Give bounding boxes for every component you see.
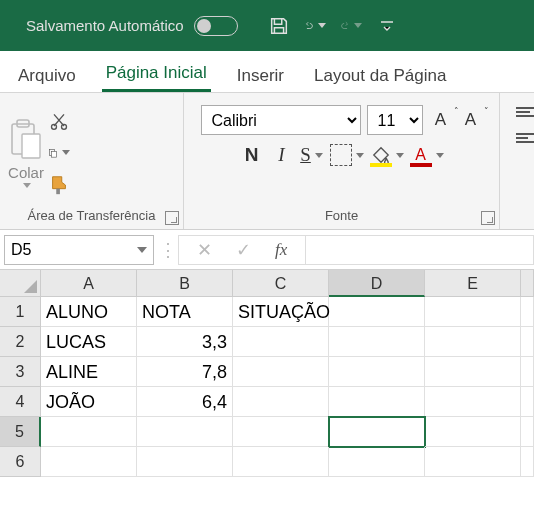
cell-a3[interactable]: ALINE bbox=[41, 357, 137, 387]
row-header-3[interactable]: 3 bbox=[0, 357, 41, 387]
col-header-f[interactable] bbox=[521, 270, 534, 297]
cell-b5[interactable] bbox=[137, 417, 233, 447]
svg-rect-7 bbox=[56, 188, 60, 194]
font-color-button[interactable]: A bbox=[410, 146, 444, 164]
chevron-down-icon bbox=[396, 153, 404, 158]
copy-button[interactable] bbox=[48, 142, 70, 164]
toggle-off-icon[interactable] bbox=[194, 16, 238, 36]
cell-b4[interactable]: 6,4 bbox=[137, 387, 233, 417]
increase-font-button[interactable]: A˄ bbox=[429, 108, 453, 132]
cell-c2[interactable] bbox=[233, 327, 329, 357]
decrease-font-button[interactable]: A˅ bbox=[459, 108, 483, 132]
dialog-launcher-icon[interactable] bbox=[165, 211, 179, 225]
cell-a5[interactable] bbox=[41, 417, 137, 447]
cell-f6[interactable] bbox=[521, 447, 534, 477]
cell-e6[interactable] bbox=[425, 447, 521, 477]
cut-button[interactable] bbox=[48, 110, 70, 132]
paste-button[interactable]: Colar bbox=[8, 118, 44, 188]
font-color-icon: A bbox=[410, 146, 432, 164]
row-header-4[interactable]: 4 bbox=[0, 387, 41, 417]
fill-color-button[interactable] bbox=[370, 146, 404, 164]
col-header-d[interactable]: D bbox=[329, 270, 425, 297]
chevron-down-icon bbox=[354, 23, 362, 28]
cell-d3[interactable] bbox=[329, 357, 425, 387]
row-header-6[interactable]: 6 bbox=[0, 447, 41, 477]
redo-button[interactable] bbox=[340, 15, 362, 37]
cell-e1[interactable] bbox=[425, 297, 521, 327]
bold-button[interactable]: N bbox=[240, 143, 264, 167]
tab-layout[interactable]: Layout da Página bbox=[310, 58, 450, 92]
cell-f1[interactable] bbox=[521, 297, 534, 327]
underline-button[interactable]: S bbox=[300, 143, 324, 167]
cell-d5[interactable] bbox=[329, 417, 425, 447]
formula-input[interactable] bbox=[306, 235, 534, 265]
cell-c1[interactable]: SITUAÇÃO bbox=[233, 297, 329, 327]
format-painter-button[interactable] bbox=[48, 174, 70, 196]
cell-e3[interactable] bbox=[425, 357, 521, 387]
table-row: 4 JOÃO 6,4 bbox=[0, 387, 534, 417]
select-all-button[interactable] bbox=[0, 270, 41, 297]
cell-c4[interactable] bbox=[233, 387, 329, 417]
enter-formula-button[interactable]: ✓ bbox=[236, 239, 251, 261]
font-name-select[interactable]: Calibri bbox=[201, 105, 361, 135]
cell-a6[interactable] bbox=[41, 447, 137, 477]
row-header-5[interactable]: 5 bbox=[0, 417, 41, 447]
cell-e4[interactable] bbox=[425, 387, 521, 417]
undo-button[interactable] bbox=[304, 15, 326, 37]
autosave-label: Salvamento Automático bbox=[26, 17, 184, 34]
cell-f4[interactable] bbox=[521, 387, 534, 417]
autosave-toggle[interactable]: Salvamento Automático bbox=[8, 16, 238, 36]
chevron-down-icon bbox=[62, 150, 70, 155]
cell-b1[interactable]: NOTA bbox=[137, 297, 233, 327]
tab-arquivo[interactable]: Arquivo bbox=[14, 58, 80, 92]
cell-e2[interactable] bbox=[425, 327, 521, 357]
italic-button[interactable]: I bbox=[270, 143, 294, 167]
cell-d6[interactable] bbox=[329, 447, 425, 477]
table-row: 3 ALINE 7,8 bbox=[0, 357, 534, 387]
cell-a1[interactable]: ALUNO bbox=[41, 297, 137, 327]
chevron-down-icon bbox=[356, 153, 364, 158]
cell-f5[interactable] bbox=[521, 417, 534, 447]
chevron-down-icon bbox=[318, 23, 326, 28]
cell-c6[interactable] bbox=[233, 447, 329, 477]
dialog-launcher-icon[interactable] bbox=[481, 211, 495, 225]
table-row: 1 ALUNO NOTA SITUAÇÃO bbox=[0, 297, 534, 327]
row-header-1[interactable]: 1 bbox=[0, 297, 41, 327]
cell-a2[interactable]: LUCAS bbox=[41, 327, 137, 357]
cell-a4[interactable]: JOÃO bbox=[41, 387, 137, 417]
align-top-button[interactable] bbox=[516, 105, 526, 119]
cell-d1[interactable] bbox=[329, 297, 425, 327]
col-header-e[interactable]: E bbox=[425, 270, 521, 297]
font-size-select[interactable]: 11 bbox=[367, 105, 423, 135]
table-row: 5 bbox=[0, 417, 534, 447]
cell-e5[interactable] bbox=[425, 417, 521, 447]
cell-c3[interactable] bbox=[233, 357, 329, 387]
col-header-b[interactable]: B bbox=[137, 270, 233, 297]
tab-pagina-inicial[interactable]: Página Inicial bbox=[102, 55, 211, 92]
align-left-button[interactable] bbox=[516, 131, 526, 145]
cell-b3[interactable]: 7,8 bbox=[137, 357, 233, 387]
cell-f2[interactable] bbox=[521, 327, 534, 357]
cell-f3[interactable] bbox=[521, 357, 534, 387]
cell-b6[interactable] bbox=[137, 447, 233, 477]
customize-qat-button[interactable] bbox=[376, 15, 398, 37]
table-row: 6 bbox=[0, 447, 534, 477]
group-clipboard: Colar Área de Transferência bbox=[0, 93, 184, 229]
col-header-c[interactable]: C bbox=[233, 270, 329, 297]
name-box[interactable]: D5 bbox=[4, 235, 154, 265]
quick-access-toolbar bbox=[268, 15, 398, 37]
borders-button[interactable] bbox=[330, 144, 364, 166]
cell-b2[interactable]: 3,3 bbox=[137, 327, 233, 357]
chevron-down-icon[interactable] bbox=[23, 183, 31, 188]
bucket-icon bbox=[370, 146, 392, 164]
group-alignment bbox=[500, 93, 534, 229]
col-header-a[interactable]: A bbox=[41, 270, 137, 297]
cell-c5[interactable] bbox=[233, 417, 329, 447]
tab-inserir[interactable]: Inserir bbox=[233, 58, 288, 92]
cell-d2[interactable] bbox=[329, 327, 425, 357]
cancel-formula-button[interactable]: ✕ bbox=[197, 239, 212, 261]
save-icon[interactable] bbox=[268, 15, 290, 37]
row-header-2[interactable]: 2 bbox=[0, 327, 41, 357]
insert-function-button[interactable]: fx bbox=[275, 240, 287, 260]
cell-d4[interactable] bbox=[329, 387, 425, 417]
